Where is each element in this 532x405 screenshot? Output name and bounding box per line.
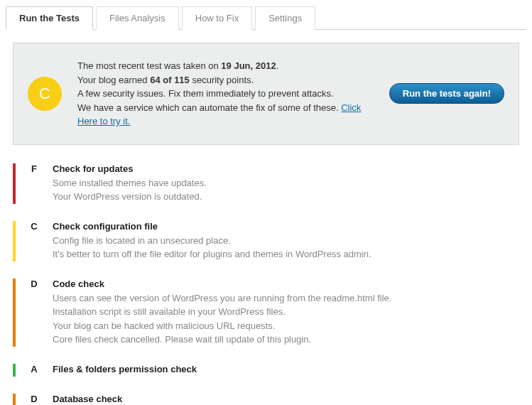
- grade-bar: [13, 364, 16, 377]
- result-row: DCode checkUsers can see the version of …: [13, 274, 519, 354]
- result-detail-line: Your blog can be hacked with malicious U…: [53, 319, 519, 333]
- grade-bar: [13, 279, 16, 347]
- tabs-bar: Run the Tests Files Analysis How to Fix …: [6, 6, 526, 30]
- summary-line4a: We have a service which can automate the…: [77, 102, 341, 113]
- summary-panel: C The most recent test was taken on 19 J…: [13, 43, 519, 145]
- grade-letter: D: [27, 394, 41, 406]
- summary-line3: A few security issues. Fix them immediat…: [77, 87, 374, 101]
- tab-how-to-fix[interactable]: How to Fix: [182, 6, 252, 30]
- summary-line1a: The most recent test was taken on: [77, 60, 221, 71]
- result-detail-line: Config file is located in an unsecured p…: [53, 234, 519, 248]
- result-detail-line: Installation script is still available i…: [53, 305, 519, 319]
- result-detail-line: Users can see the version of WordPress y…: [53, 291, 519, 306]
- summary-text: The most recent test was taken on 19 Jun…: [77, 59, 374, 129]
- summary-line2c: security points.: [190, 75, 254, 85]
- result-body: Database checkDefault database prefix is…: [53, 394, 519, 406]
- grade-letter: A: [27, 364, 41, 377]
- grade-letter: C: [27, 221, 41, 261]
- result-title: Database check: [53, 394, 519, 404]
- result-body: Code checkUsers can see the version of W…: [53, 279, 519, 347]
- summary-line2a: Your blog earned: [77, 75, 150, 85]
- tab-settings[interactable]: Settings: [255, 6, 315, 30]
- result-body: Files & folders permission check: [53, 364, 519, 377]
- result-row: AFiles & folders permission check: [13, 360, 519, 384]
- result-body: Check configuration fileConfig file is l…: [53, 221, 519, 261]
- result-row: CCheck configuration fileConfig file is …: [13, 217, 519, 269]
- grade-letter: F: [27, 163, 41, 204]
- run-tests-again-button[interactable]: Run the tests again!: [389, 83, 504, 104]
- summary-score: 64 of 115: [150, 75, 190, 85]
- summary-date: 19 Jun, 2012: [221, 60, 276, 71]
- result-body: Check for updatesSome installed themes h…: [53, 163, 519, 204]
- grade-bar: [13, 163, 16, 204]
- tab-run-tests[interactable]: Run the Tests: [6, 6, 93, 30]
- result-title: Files & folders permission check: [53, 364, 519, 374]
- tab-files-analysis[interactable]: Files Analysis: [96, 6, 179, 30]
- summary-line1c: .: [276, 60, 279, 71]
- results-list: FCheck for updatesSome installed themes …: [6, 159, 526, 406]
- grade-bar: [13, 221, 16, 261]
- grade-letter: D: [27, 279, 41, 347]
- result-row: DDatabase checkDefault database prefix i…: [13, 389, 519, 406]
- overall-grade-badge: C: [28, 77, 62, 111]
- result-detail-line: Your WordPress version is outdated.: [53, 190, 519, 204]
- result-detail-line: Some installed themes have updates.: [53, 176, 519, 190]
- result-detail-line: Core files check cancelled. Please wait …: [53, 333, 519, 347]
- result-detail-line: It's better to turn off the file editor …: [53, 247, 519, 261]
- grade-bar: [13, 394, 16, 406]
- result-title: Check for updates: [53, 163, 519, 174]
- result-title: Code check: [53, 279, 519, 289]
- result-title: Check configuration file: [53, 221, 519, 232]
- result-row: FCheck for updatesSome installed themes …: [13, 159, 519, 211]
